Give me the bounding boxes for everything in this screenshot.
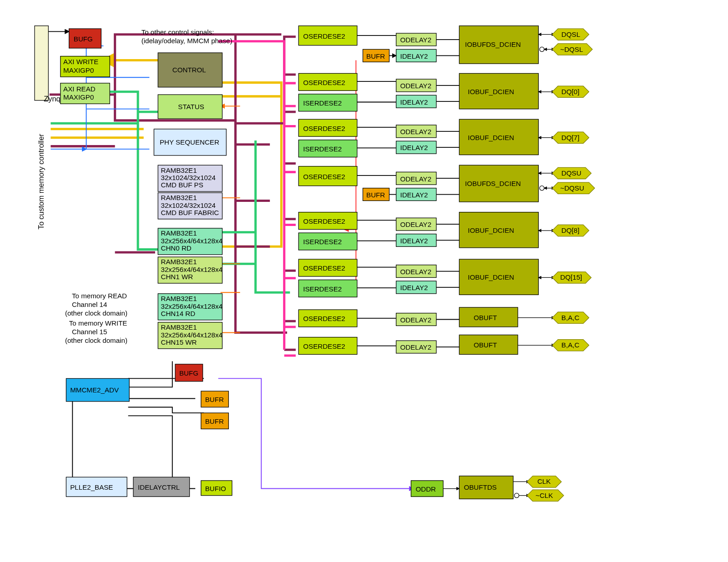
wire-purple — [218, 378, 414, 488]
chn15-l1: RAMB32E1 — [161, 323, 197, 331]
oserdese2-r1-label: OSERDESE2 — [303, 32, 345, 40]
note-sig1: To other control signals: — [142, 28, 214, 36]
note-wr1: To memory WRITE — [69, 319, 127, 327]
obuftds-label: OBUFTDS — [464, 483, 496, 491]
svg-text:~CLK: ~CLK — [536, 492, 553, 499]
axi-read-l2: MAXIGP0 — [63, 93, 94, 101]
iobufds-r4-label: IOBUFDS_DCIEN — [465, 180, 521, 187]
chn0-l1: RAMB32E1 — [161, 229, 197, 237]
note-wr2: Channel 15 — [72, 328, 107, 336]
plle2-label: PLLE2_BASE — [70, 483, 113, 491]
axi-write-l1: AXI WRITE — [63, 58, 98, 65]
obuft-r8-label: OBUFT — [474, 341, 497, 349]
axi-read-l1: AXI READ — [63, 85, 96, 93]
chn15-l3: CHN15 WR — [161, 338, 197, 346]
bufr-b1-label: BUFR — [205, 396, 224, 403]
note-rd2: Channel 14 — [72, 301, 107, 308]
svg-text:~DQSU: ~DQSU — [560, 184, 584, 192]
oserdese2-r6-label: OSERDESE2 — [303, 264, 345, 272]
bufr-r1-label: BUFR — [366, 52, 385, 60]
oserdese2-r3-label: OSERDESE2 — [303, 125, 345, 132]
odelay2-r6-label: ODELAY2 — [400, 268, 431, 276]
ramb-ps-l3: CMD BUF PS — [161, 181, 203, 189]
iserdese2-r3-label: ISERDESE2 — [303, 145, 342, 153]
odelay2-r7-label: ODELAY2 — [400, 316, 431, 324]
idelay2-r4-label: IDELAY2 — [400, 191, 428, 199]
bufio-label: BUFIO — [205, 485, 226, 492]
axi-write-l2: MAXIGP0 — [63, 66, 94, 74]
iobuf-r3-label: IOBUF_DCIEN — [468, 134, 514, 141]
port-bac2-label: B,A,C — [561, 341, 580, 349]
physeq-label: PHY SEQUENCER — [160, 138, 219, 146]
ramb-fab-l1: RAMB32E1 — [161, 194, 197, 201]
odelay2-r4-label: ODELAY2 — [400, 175, 431, 183]
chn1-l1: RAMB32E1 — [161, 258, 197, 266]
oserdese2-r8-label: OSERDESE2 — [303, 342, 345, 350]
svg-text:DQSU: DQSU — [561, 169, 581, 177]
chn1-l3: CHN1 WR — [161, 273, 193, 281]
idelay2-r2-label: IDELAY2 — [400, 98, 428, 106]
port-clk: CLK ~CLK — [513, 476, 564, 501]
idelay2-r5-label: IDELAY2 — [400, 237, 428, 245]
note-rd3: (other clock domain) — [65, 309, 127, 317]
chn15-l2: 32x256x4/64x128x4 — [161, 331, 222, 339]
odelay2-r1-label: ODELAY2 — [400, 36, 431, 44]
bridge-bar — [35, 26, 48, 100]
odelay2-r2-label: ODELAY2 — [400, 82, 431, 90]
idelayctrl-label: IDELAYCTRL — [138, 483, 180, 491]
wire-magenta — [218, 41, 296, 356]
chn0-l3: CHN0 RD — [161, 244, 192, 252]
idelay2-r3-label: IDELAY2 — [400, 144, 428, 151]
ramb-fab-l3: CMD BUF FABRIC — [161, 209, 219, 216]
odelay2-r8-label: ODELAY2 — [400, 343, 431, 351]
note-sig2: (idelay/odelay, MMCM phase) — [142, 37, 233, 45]
port-bac1-label: B,A,C — [561, 314, 580, 321]
note-rd1: To memory READ — [72, 292, 127, 300]
memctrl-label: To custom memory controller — [37, 134, 45, 230]
port-dq8-label: DQ[8] — [561, 226, 580, 234]
svg-point-13 — [514, 493, 519, 498]
svg-point-3 — [540, 47, 544, 51]
oserdese2-r5-label: OSERDESE2 — [303, 217, 345, 225]
iobuf-r2-label: IOBUF_DCIEN — [468, 88, 514, 95]
chn14-l1: RAMB32E1 — [161, 295, 197, 302]
iserdese2-r6-label: ISERDESE2 — [303, 285, 342, 293]
bufr-r4-label: BUFR — [366, 191, 385, 199]
port-dqsl: DQSL ~DQSL — [538, 29, 592, 55]
odelay2-r5-label: ODELAY2 — [400, 221, 431, 228]
idelay2-r1-label: IDELAY2 — [400, 52, 428, 60]
oddr-label: ODDR — [416, 485, 436, 493]
bufg-2-label: BUFG — [179, 369, 198, 377]
obuft-r7-label: OBUFT — [474, 314, 497, 321]
port-dq7-label: DQ[7] — [561, 134, 580, 141]
iobufds-r1-label: IOBUFDS_DCIEN — [465, 40, 521, 48]
port-dqsu: DQSU ~DQSU — [538, 167, 595, 194]
odelay2-r3-label: ODELAY2 — [400, 128, 431, 135]
chn14-l2: 32x256x4/64x128x4 — [161, 302, 222, 310]
iobuf-r5-label: IOBUF_DCIEN — [468, 226, 514, 234]
note-wr3: (other clock domain) — [65, 336, 127, 344]
status-label: STATUS — [178, 103, 204, 110]
idelay2-r6-label: IDELAY2 — [400, 284, 428, 291]
chn1-l2: 32x256x4/64x128x4 — [161, 266, 222, 273]
iobuf-r6-label: IOBUF_DCIEN — [468, 273, 514, 281]
ramb-ps-l2: 32x1024/32x1024 — [161, 174, 216, 181]
oserdese2-r4-label: OSERDESE2 — [303, 173, 345, 181]
iserdese2-r2-label: ISERDESE2 — [303, 99, 342, 107]
chn0-l2: 32x256x4/64x128x4 — [161, 237, 222, 245]
iserdese2-r5-label: ISERDESE2 — [303, 238, 342, 246]
bufr-b2-label: BUFR — [205, 417, 224, 425]
ramb-fab-l2: 32x1024/32x1024 — [161, 201, 216, 209]
port-dq15-label: DQ[15] — [560, 273, 582, 281]
ramb-ps-l1: RAMB32E1 — [161, 166, 197, 174]
mmcm-label: MMCME2_ADV — [70, 386, 119, 394]
svg-point-8 — [540, 186, 544, 191]
wire-yellow2 — [51, 129, 143, 138]
control-label: CONTROL — [172, 66, 206, 74]
port-dq0-label: DQ[0] — [561, 88, 580, 95]
svg-text:~DQSL: ~DQSL — [560, 45, 583, 53]
oserdese2-r7-label: OSERDESE2 — [303, 315, 345, 322]
bufg-1-label: BUFG — [74, 35, 93, 43]
svg-text:DQSL: DQSL — [561, 30, 580, 38]
oserdese2-r2-label: OSERDESE2 — [303, 79, 345, 86]
